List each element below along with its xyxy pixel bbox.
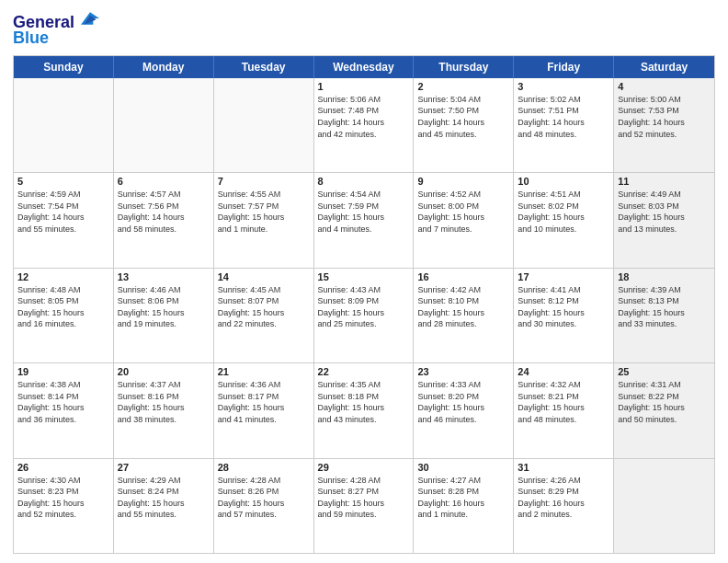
day-info-21: Sunrise: 4:36 AM Sunset: 8:17 PM Dayligh…: [218, 379, 310, 425]
calendar-row-0: 1Sunrise: 5:06 AM Sunset: 7:48 PM Daylig…: [14, 78, 714, 173]
day-cell-1: 1Sunrise: 5:06 AM Sunset: 7:48 PM Daylig…: [314, 78, 415, 172]
day-cell-18: 18Sunrise: 4:39 AM Sunset: 8:13 PM Dayli…: [614, 269, 714, 362]
day-number-19: 19: [17, 366, 109, 377]
weekday-tuesday: Tuesday: [214, 56, 314, 78]
day-info-30: Sunrise: 4:27 AM Sunset: 8:28 PM Dayligh…: [417, 475, 509, 521]
day-info-28: Sunrise: 4:28 AM Sunset: 8:26 PM Dayligh…: [218, 475, 310, 521]
day-cell-24: 24Sunrise: 4:32 AM Sunset: 8:21 PM Dayli…: [514, 363, 614, 457]
day-info-6: Sunrise: 4:57 AM Sunset: 7:56 PM Dayligh…: [118, 189, 210, 235]
day-info-2: Sunrise: 5:04 AM Sunset: 7:50 PM Dayligh…: [417, 94, 509, 140]
day-info-31: Sunrise: 4:26 AM Sunset: 8:29 PM Dayligh…: [518, 475, 609, 521]
day-cell-7: 7Sunrise: 4:55 AM Sunset: 7:57 PM Daylig…: [214, 173, 314, 267]
logo-icon: [81, 9, 99, 28]
day-number-17: 17: [518, 271, 609, 282]
calendar-row-4: 26Sunrise: 4:30 AM Sunset: 8:23 PM Dayli…: [14, 459, 714, 553]
day-number-2: 2: [417, 81, 509, 92]
calendar-body: 1Sunrise: 5:06 AM Sunset: 7:48 PM Daylig…: [14, 78, 714, 553]
day-info-19: Sunrise: 4:38 AM Sunset: 8:14 PM Dayligh…: [17, 379, 109, 425]
day-info-14: Sunrise: 4:45 AM Sunset: 8:07 PM Dayligh…: [218, 284, 310, 330]
day-cell-20: 20Sunrise: 4:37 AM Sunset: 8:16 PM Dayli…: [114, 363, 214, 457]
day-number-9: 9: [417, 176, 509, 187]
day-info-11: Sunrise: 4:49 AM Sunset: 8:03 PM Dayligh…: [618, 189, 711, 235]
day-info-24: Sunrise: 4:32 AM Sunset: 8:21 PM Dayligh…: [518, 379, 609, 425]
day-number-10: 10: [518, 176, 609, 187]
day-cell-27: 27Sunrise: 4:29 AM Sunset: 8:24 PM Dayli…: [114, 459, 214, 553]
day-cell-10: 10Sunrise: 4:51 AM Sunset: 8:02 PM Dayli…: [514, 173, 614, 267]
day-cell-30: 30Sunrise: 4:27 AM Sunset: 8:28 PM Dayli…: [414, 459, 514, 553]
day-cell-11: 11Sunrise: 4:49 AM Sunset: 8:03 PM Dayli…: [614, 173, 714, 267]
day-cell-17: 17Sunrise: 4:41 AM Sunset: 8:12 PM Dayli…: [514, 269, 614, 362]
day-cell-empty: [214, 78, 314, 172]
header: General Blue: [13, 9, 715, 48]
day-number-27: 27: [118, 462, 210, 473]
day-cell-empty: [614, 459, 714, 553]
day-info-13: Sunrise: 4:46 AM Sunset: 8:06 PM Dayligh…: [118, 284, 210, 330]
day-number-13: 13: [118, 271, 210, 282]
day-info-16: Sunrise: 4:42 AM Sunset: 8:10 PM Dayligh…: [417, 284, 509, 330]
day-cell-26: 26Sunrise: 4:30 AM Sunset: 8:23 PM Dayli…: [14, 459, 114, 553]
day-cell-29: 29Sunrise: 4:28 AM Sunset: 8:27 PM Dayli…: [314, 459, 415, 553]
calendar-row-1: 5Sunrise: 4:59 AM Sunset: 7:54 PM Daylig…: [14, 173, 714, 268]
day-number-30: 30: [417, 462, 509, 473]
day-info-9: Sunrise: 4:52 AM Sunset: 8:00 PM Dayligh…: [417, 189, 509, 235]
day-info-26: Sunrise: 4:30 AM Sunset: 8:23 PM Dayligh…: [17, 475, 109, 521]
day-info-25: Sunrise: 4:31 AM Sunset: 8:22 PM Dayligh…: [618, 379, 711, 425]
day-info-8: Sunrise: 4:54 AM Sunset: 7:59 PM Dayligh…: [318, 189, 410, 235]
day-cell-4: 4Sunrise: 5:00 AM Sunset: 7:53 PM Daylig…: [614, 78, 714, 172]
weekday-wednesday: Wednesday: [314, 56, 415, 78]
day-number-18: 18: [618, 271, 711, 282]
day-cell-empty: [14, 78, 114, 172]
day-number-14: 14: [218, 271, 310, 282]
day-number-29: 29: [318, 462, 410, 473]
weekday-monday: Monday: [114, 56, 214, 78]
day-number-1: 1: [318, 81, 410, 92]
calendar: SundayMondayTuesdayWednesdayThursdayFrid…: [13, 55, 715, 554]
day-cell-3: 3Sunrise: 5:02 AM Sunset: 7:51 PM Daylig…: [514, 78, 614, 172]
day-number-20: 20: [118, 366, 210, 377]
page: General Blue SundayMondayTuesdayWednesda…: [0, 0, 728, 563]
day-info-15: Sunrise: 4:43 AM Sunset: 8:09 PM Dayligh…: [318, 284, 410, 330]
day-info-4: Sunrise: 5:00 AM Sunset: 7:53 PM Dayligh…: [618, 94, 711, 140]
day-info-20: Sunrise: 4:37 AM Sunset: 8:16 PM Dayligh…: [118, 379, 210, 425]
day-number-28: 28: [218, 462, 310, 473]
day-cell-25: 25Sunrise: 4:31 AM Sunset: 8:22 PM Dayli…: [614, 363, 714, 457]
day-cell-31: 31Sunrise: 4:26 AM Sunset: 8:29 PM Dayli…: [514, 459, 614, 553]
day-number-8: 8: [318, 176, 410, 187]
day-info-12: Sunrise: 4:48 AM Sunset: 8:05 PM Dayligh…: [17, 284, 109, 330]
day-number-24: 24: [518, 366, 609, 377]
day-number-5: 5: [17, 176, 109, 187]
day-info-18: Sunrise: 4:39 AM Sunset: 8:13 PM Dayligh…: [618, 284, 711, 330]
calendar-header: SundayMondayTuesdayWednesdayThursdayFrid…: [14, 56, 714, 78]
day-info-5: Sunrise: 4:59 AM Sunset: 7:54 PM Dayligh…: [17, 189, 109, 235]
day-number-3: 3: [518, 81, 609, 92]
day-number-7: 7: [218, 176, 310, 187]
day-number-22: 22: [318, 366, 410, 377]
weekday-sunday: Sunday: [14, 56, 114, 78]
day-cell-6: 6Sunrise: 4:57 AM Sunset: 7:56 PM Daylig…: [114, 173, 214, 267]
day-cell-28: 28Sunrise: 4:28 AM Sunset: 8:26 PM Dayli…: [214, 459, 314, 553]
day-number-11: 11: [618, 176, 711, 187]
day-cell-21: 21Sunrise: 4:36 AM Sunset: 8:17 PM Dayli…: [214, 363, 314, 457]
weekday-saturday: Saturday: [614, 56, 714, 78]
day-cell-22: 22Sunrise: 4:35 AM Sunset: 8:18 PM Dayli…: [314, 363, 415, 457]
day-number-26: 26: [17, 462, 109, 473]
calendar-row-2: 12Sunrise: 4:48 AM Sunset: 8:05 PM Dayli…: [14, 269, 714, 363]
day-info-22: Sunrise: 4:35 AM Sunset: 8:18 PM Dayligh…: [318, 379, 410, 425]
calendar-row-3: 19Sunrise: 4:38 AM Sunset: 8:14 PM Dayli…: [14, 363, 714, 458]
day-cell-8: 8Sunrise: 4:54 AM Sunset: 7:59 PM Daylig…: [314, 173, 415, 267]
day-number-23: 23: [417, 366, 509, 377]
day-info-3: Sunrise: 5:02 AM Sunset: 7:51 PM Dayligh…: [518, 94, 609, 140]
day-cell-13: 13Sunrise: 4:46 AM Sunset: 8:06 PM Dayli…: [114, 269, 214, 362]
day-cell-empty: [114, 78, 214, 172]
day-cell-9: 9Sunrise: 4:52 AM Sunset: 8:00 PM Daylig…: [414, 173, 514, 267]
day-cell-5: 5Sunrise: 4:59 AM Sunset: 7:54 PM Daylig…: [14, 173, 114, 267]
day-info-23: Sunrise: 4:33 AM Sunset: 8:20 PM Dayligh…: [417, 379, 509, 425]
day-cell-12: 12Sunrise: 4:48 AM Sunset: 8:05 PM Dayli…: [14, 269, 114, 362]
day-number-4: 4: [618, 81, 711, 92]
day-info-27: Sunrise: 4:29 AM Sunset: 8:24 PM Dayligh…: [118, 475, 210, 521]
day-number-16: 16: [417, 271, 509, 282]
day-cell-2: 2Sunrise: 5:04 AM Sunset: 7:50 PM Daylig…: [414, 78, 514, 172]
day-number-15: 15: [318, 271, 410, 282]
day-info-29: Sunrise: 4:28 AM Sunset: 8:27 PM Dayligh…: [318, 475, 410, 521]
day-number-6: 6: [118, 176, 210, 187]
